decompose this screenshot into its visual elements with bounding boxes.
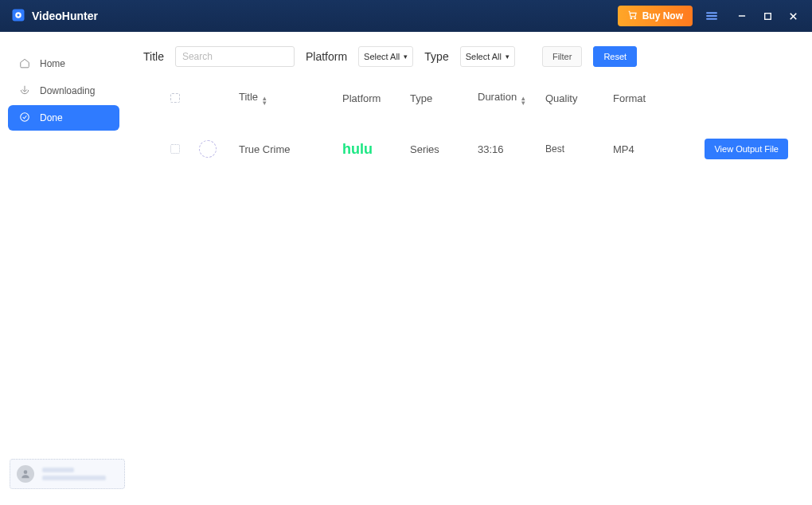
row-duration: 33:16 <box>478 143 545 155</box>
chevron-down-icon: ▾ <box>506 53 509 61</box>
row-title: True Crime <box>239 143 342 155</box>
svg-point-12 <box>21 112 29 121</box>
type-filter-label: Type <box>424 50 448 63</box>
brand-icon <box>11 8 25 25</box>
maximize-button[interactable] <box>756 5 779 27</box>
view-output-file-button[interactable]: View Output File <box>705 139 788 159</box>
cart-icon <box>627 10 638 22</box>
row-platform: hulu <box>342 141 410 158</box>
header-type: Type <box>410 92 478 104</box>
titlebar: VideoHunter Buy Now <box>0 0 812 32</box>
platform-select[interactable]: Select All ▾ <box>358 46 413 67</box>
filter-button[interactable]: Filter <box>542 46 582 67</box>
sort-icon: ▴▾ <box>521 96 525 105</box>
svg-point-3 <box>630 18 632 19</box>
row-format: MP4 <box>613 143 689 155</box>
brand: VideoHunter <box>11 8 98 25</box>
sidebar-item-done[interactable]: Done <box>8 105 119 131</box>
header-format: Format <box>613 92 689 104</box>
sidebar-item-label: Downloading <box>40 85 95 96</box>
search-input[interactable] <box>175 46 295 67</box>
sidebar-item-downloading[interactable]: Downloading <box>8 78 119 104</box>
check-circle-icon <box>19 112 30 125</box>
header-duration[interactable]: Duration ▴▾ <box>478 91 545 105</box>
brand-text: VideoHunter <box>32 10 98 22</box>
row-thumbnail <box>199 140 217 158</box>
table-header: Title ▴▾ Platform Type Duration ▴▾ Quali… <box>143 91 796 105</box>
svg-point-4 <box>634 18 636 19</box>
sidebar: Home Downloading Done <box>0 32 127 505</box>
type-select[interactable]: Select All ▾ <box>460 46 515 67</box>
svg-rect-9 <box>764 13 771 19</box>
row-quality: Best <box>545 143 613 155</box>
account-info-blurred <box>42 468 106 480</box>
header-checkbox-col <box>151 93 199 103</box>
row-checkbox[interactable] <box>170 144 180 154</box>
account-card[interactable] <box>10 459 125 489</box>
svg-point-13 <box>24 470 28 474</box>
buy-now-button[interactable]: Buy Now <box>618 6 693 26</box>
sidebar-item-label: Home <box>40 58 65 69</box>
window-controls <box>731 5 804 27</box>
sidebar-item-label: Done <box>40 112 63 123</box>
avatar <box>17 465 34 483</box>
type-select-value: Select All <box>466 52 502 61</box>
hamburger-menu-button[interactable] <box>701 5 723 27</box>
header-title[interactable]: Title ▴▾ <box>239 91 342 105</box>
row-type: Series <box>410 143 478 155</box>
close-button[interactable] <box>782 5 804 27</box>
filter-bar: Title Platform Select All ▾ Type Select … <box>143 46 796 67</box>
title-filter-label: Title <box>143 50 164 63</box>
svg-point-2 <box>18 14 20 16</box>
reset-button[interactable]: Reset <box>593 46 637 67</box>
header-platform: Platform <box>342 92 410 104</box>
home-icon <box>19 57 30 71</box>
table-row: True Crime hulu Series 33:16 Best MP4 Vi… <box>143 139 796 159</box>
platform-select-value: Select All <box>364 52 400 61</box>
sort-icon: ▴▾ <box>263 96 267 105</box>
chevron-down-icon: ▾ <box>404 53 408 61</box>
header-quality: Quality <box>545 92 613 104</box>
buy-now-label: Buy Now <box>642 10 683 22</box>
download-icon <box>19 84 30 98</box>
main-content: Title Platform Select All ▾ Type Select … <box>127 32 812 505</box>
select-all-checkbox[interactable] <box>170 93 180 103</box>
platform-filter-label: Platform <box>306 50 347 63</box>
minimize-button[interactable] <box>731 5 753 27</box>
sidebar-item-home[interactable]: Home <box>8 51 119 76</box>
